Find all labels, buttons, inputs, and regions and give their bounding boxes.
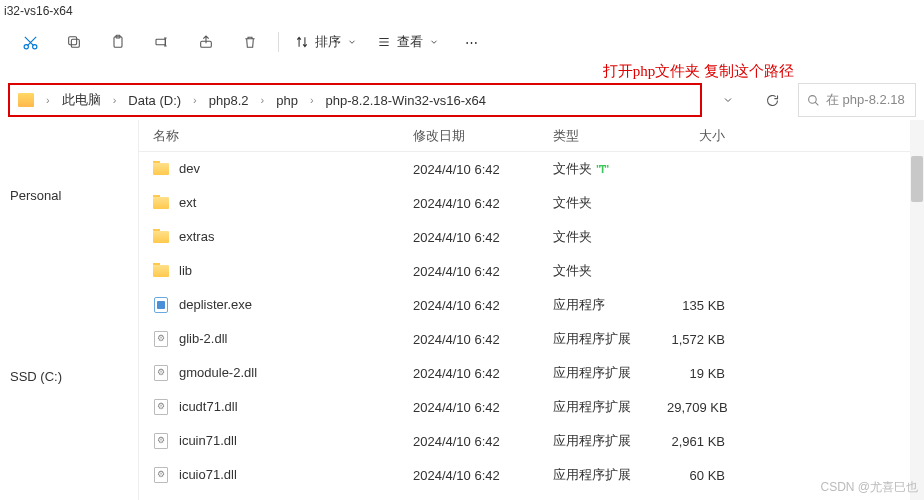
file-name: deplister.exe xyxy=(179,297,252,312)
header-name[interactable]: 名称 xyxy=(139,127,399,145)
file-row[interactable]: icuin71.dll2024/4/10 6:42应用程序扩展2,961 KB xyxy=(139,424,924,458)
folder-icon xyxy=(153,229,169,245)
paste-icon[interactable] xyxy=(96,24,140,60)
chevron-right-icon[interactable]: › xyxy=(107,94,123,106)
file-type: 文件夹 xyxy=(539,262,653,280)
sidebar-item-ssd[interactable]: SSD (C:) xyxy=(0,361,138,392)
file-date: 2024/4/10 6:42 xyxy=(399,400,539,415)
file-name: extras xyxy=(179,229,214,244)
file-pane: 名称 修改日期 类型 大小 dev2024/4/10 6:42文件夹"T"ext… xyxy=(138,120,924,500)
file-row[interactable]: glib-2.dll2024/4/10 6:42应用程序扩展1,572 KB xyxy=(139,322,924,356)
search-input[interactable]: 在 php-8.2.18 xyxy=(798,83,916,117)
file-row[interactable]: lib2024/4/10 6:42文件夹 xyxy=(139,254,924,288)
breadcrumb[interactable]: › 此电脑 › Data (D:) › php8.2 › php › php-8… xyxy=(8,83,702,117)
dll-icon xyxy=(153,331,169,347)
file-date: 2024/4/10 6:42 xyxy=(399,196,539,211)
address-bar-row: › 此电脑 › Data (D:) › php8.2 › php › php-8… xyxy=(0,80,924,120)
file-type: 文件夹 xyxy=(539,228,653,246)
file-type: 文件夹"T" xyxy=(539,160,653,178)
file-type: 文件夹 xyxy=(539,194,653,212)
sidebar-item-personal[interactable]: Personal xyxy=(0,180,138,211)
chevron-down-icon xyxy=(347,37,357,47)
crumb-thispc[interactable]: 此电脑 xyxy=(58,89,105,111)
file-type: 应用程序 xyxy=(539,296,653,314)
file-row[interactable]: icuio71.dll2024/4/10 6:42应用程序扩展60 KB xyxy=(139,458,924,492)
annotation-text: 打开php文件夹 复制这个路径 xyxy=(603,62,794,81)
window-title: i32-vs16-x64 xyxy=(4,4,73,18)
file-row[interactable]: icudt71.dll2024/4/10 6:42应用程序扩展29,709 KB xyxy=(139,390,924,424)
header-type[interactable]: 类型 xyxy=(539,127,653,145)
folder-icon xyxy=(153,263,169,279)
dll-icon xyxy=(153,399,169,415)
file-size: 19 KB xyxy=(653,366,743,381)
file-name: dev xyxy=(179,161,200,176)
file-row[interactable]: dev2024/4/10 6:42文件夹"T" xyxy=(139,152,924,186)
copy-icon[interactable] xyxy=(52,24,96,60)
scrollbar[interactable] xyxy=(910,120,924,500)
file-date: 2024/4/10 6:42 xyxy=(399,264,539,279)
file-date: 2024/4/10 6:42 xyxy=(399,366,539,381)
scrollbar-thumb[interactable] xyxy=(911,156,923,202)
search-placeholder: 在 php-8.2.18 xyxy=(826,91,905,109)
svg-rect-6 xyxy=(156,39,165,44)
toolbar: 排序 查看 ⋯ xyxy=(0,22,924,62)
view-label: 查看 xyxy=(397,33,423,51)
exe-icon xyxy=(153,297,169,313)
sidebar: Personal SSD (C:) xyxy=(0,120,138,500)
header-size[interactable]: 大小 xyxy=(653,127,743,145)
share-icon[interactable] xyxy=(184,24,228,60)
rename-icon[interactable] xyxy=(140,24,184,60)
file-row[interactable]: ext2024/4/10 6:42文件夹 xyxy=(139,186,924,220)
file-size: 29,709 KB xyxy=(653,400,743,415)
chevron-right-icon[interactable]: › xyxy=(255,94,271,106)
search-icon xyxy=(807,94,820,107)
crumb-current[interactable]: php-8.2.18-Win32-vs16-x64 xyxy=(322,91,490,110)
file-date: 2024/4/10 6:42 xyxy=(399,162,539,177)
file-date: 2024/4/10 6:42 xyxy=(399,298,539,313)
file-date: 2024/4/10 6:42 xyxy=(399,332,539,347)
file-size: 1,572 KB xyxy=(653,332,743,347)
chevron-down-icon xyxy=(429,37,439,47)
svg-rect-2 xyxy=(71,39,79,47)
cut-icon[interactable] xyxy=(8,24,52,60)
delete-icon[interactable] xyxy=(228,24,272,60)
file-type: 应用程序扩展 xyxy=(539,398,653,416)
file-date: 2024/4/10 6:42 xyxy=(399,230,539,245)
svg-rect-3 xyxy=(69,37,77,45)
dropdown-button[interactable] xyxy=(710,84,746,116)
file-row[interactable]: deplister.exe2024/4/10 6:42应用程序135 KB xyxy=(139,288,924,322)
badge-icon: "T" xyxy=(596,163,607,175)
view-icon xyxy=(377,35,391,49)
file-name: gmodule-2.dll xyxy=(179,365,257,380)
file-date: 2024/4/10 6:42 xyxy=(399,434,539,449)
file-size: 60 KB xyxy=(653,468,743,483)
file-type: 应用程序扩展 xyxy=(539,466,653,484)
sidebar-item-label: Personal xyxy=(10,188,61,203)
folder-icon xyxy=(18,93,34,107)
file-type: 应用程序扩展 xyxy=(539,330,653,348)
header-date[interactable]: 修改日期 xyxy=(399,127,539,145)
file-row[interactable]: gmodule-2.dll2024/4/10 6:42应用程序扩展19 KB xyxy=(139,356,924,390)
chevron-right-icon[interactable]: › xyxy=(304,94,320,106)
file-row[interactable]: extras2024/4/10 6:42文件夹 xyxy=(139,220,924,254)
file-name: ext xyxy=(179,195,196,210)
dll-icon xyxy=(153,433,169,449)
sort-icon xyxy=(295,35,309,49)
sort-button[interactable]: 排序 xyxy=(285,24,367,60)
svg-point-8 xyxy=(809,95,817,103)
dll-icon xyxy=(153,467,169,483)
refresh-button[interactable] xyxy=(754,84,790,116)
file-size: 135 KB xyxy=(653,298,743,313)
more-button[interactable]: ⋯ xyxy=(449,24,493,60)
chevron-right-icon[interactable]: › xyxy=(40,94,56,106)
sidebar-item-label: SSD (C:) xyxy=(10,369,62,384)
folder-icon xyxy=(153,195,169,211)
crumb-folder[interactable]: php8.2 xyxy=(205,91,253,110)
window-titlebar: i32-vs16-x64 xyxy=(0,0,924,22)
crumb-drive[interactable]: Data (D:) xyxy=(124,91,185,110)
file-type: 应用程序扩展 xyxy=(539,432,653,450)
view-button[interactable]: 查看 xyxy=(367,24,449,60)
chevron-right-icon[interactable]: › xyxy=(187,94,203,106)
crumb-folder[interactable]: php xyxy=(272,91,302,110)
file-name: lib xyxy=(179,263,192,278)
